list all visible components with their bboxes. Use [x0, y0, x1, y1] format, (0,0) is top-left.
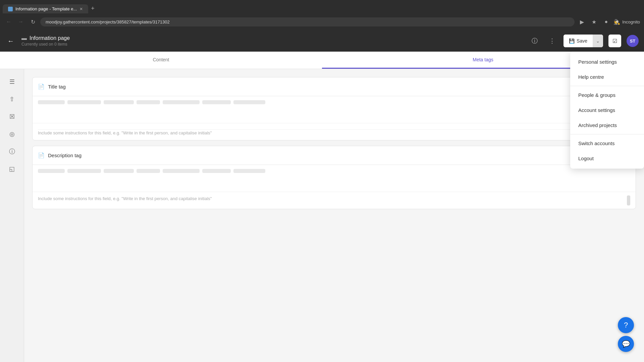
user-avatar-button[interactable]: ST [627, 35, 639, 47]
dropdown-logout[interactable]: Logout [570, 151, 644, 166]
save-dropdown-button[interactable]: ⌄ [593, 35, 603, 47]
help-fab-group: ? 💬 [618, 317, 634, 352]
tab-favicon [8, 7, 13, 11]
content-area: 📄 Title tag ⇌ Ab ⇅ [24, 69, 644, 362]
sidebar-upload-icon[interactable]: ⇧ [5, 92, 19, 107]
tab-content[interactable]: Content [0, 52, 322, 69]
save-icon: 💾 [569, 38, 575, 44]
dropdown-people-groups[interactable]: People & groups [570, 87, 644, 103]
bookmark-button[interactable]: ★ [589, 17, 599, 26]
screenshot-button[interactable]: ▶ [577, 17, 587, 26]
incognito-badge: 🕵 Incognito [613, 19, 640, 25]
address-bar[interactable] [40, 17, 575, 26]
field-content-2 [33, 165, 636, 192]
field-type-icon-1: 📄 [38, 83, 45, 90]
more-options-button[interactable]: ⋮ [546, 35, 558, 47]
field-instructions-2: Include some instructions for this field… [38, 195, 624, 202]
field-type-icon-2: 📄 [38, 152, 45, 159]
sidebar-checkbox-icon[interactable]: ☒ [5, 109, 19, 124]
field-title-1: Title tag [48, 84, 598, 89]
active-tab[interactable]: Information page - Template e... ✕ [3, 4, 88, 13]
tab-title: Information page - Template e... [15, 6, 77, 11]
sidebar-text-icon[interactable]: ☰ [5, 74, 19, 89]
page-subtitle: Currently used on 0 items [21, 42, 70, 47]
browser-chrome: Information page - Template e... ✕ + ← →… [0, 0, 644, 30]
reload-button[interactable]: ↻ [28, 17, 38, 26]
incognito-label: Incognito [622, 19, 640, 24]
user-dropdown-menu: Personal settings Help centre People & g… [570, 52, 644, 169]
field-card-header-1: 📄 Title tag ⇌ Ab ⇅ [33, 77, 636, 96]
tab-close-button[interactable]: ✕ [79, 7, 83, 11]
dropdown-archived-projects[interactable]: Archived projects [570, 118, 644, 133]
skeleton-lines-1 [38, 100, 630, 104]
content-tabs: Content Meta tags [0, 52, 644, 69]
dropdown-divider-2 [570, 134, 644, 134]
header-title-area: ▬ Information page Currently used on 0 i… [21, 35, 70, 47]
sidebar-component-icon[interactable]: ◱ [5, 162, 19, 176]
browser-nav: ← → ↻ ▶ ★ ● 🕵 Incognito [0, 13, 644, 30]
app: ← ▬ Information page Currently used on 0… [0, 30, 644, 362]
field-card-description-tag: 📄 Description tag ⇌ Ab ⇅ [32, 146, 636, 209]
chat-button[interactable]: 💬 [618, 336, 634, 352]
field-card-header-2: 📄 Description tag ⇌ Ab ⇅ [33, 146, 636, 165]
dropdown-divider-1 [570, 86, 644, 86]
app-header: ← ▬ Information page Currently used on 0… [0, 30, 644, 52]
sidebar-radio-icon[interactable]: ◎ [5, 127, 19, 141]
back-nav-button[interactable]: ← [5, 36, 16, 46]
skeleton-lines-2 [38, 169, 630, 173]
field-title-2: Description tag [48, 153, 598, 158]
info-button[interactable]: ⓘ [529, 35, 541, 47]
browser-tabs: Information page - Template e... ✕ + [0, 0, 644, 13]
back-button[interactable]: ← [4, 17, 13, 26]
profile-button[interactable]: ● [601, 17, 611, 26]
dropdown-help-centre[interactable]: Help centre [570, 69, 644, 84]
browser-actions: ▶ ★ ● 🕵 Incognito [577, 17, 640, 26]
sidebar-info-icon[interactable]: ⓘ [5, 144, 19, 159]
new-tab-button[interactable]: + [88, 4, 97, 13]
help-button[interactable]: ? [618, 317, 634, 333]
dropdown-switch-accounts[interactable]: Switch accounts [570, 136, 644, 151]
field-content-1 [33, 96, 636, 123]
forward-button[interactable]: → [16, 17, 25, 26]
left-sidebar: ☰ ⇧ ☒ ◎ ⓘ ◱ [0, 69, 24, 362]
dropdown-account-settings[interactable]: Account settings [570, 103, 644, 118]
dropdown-personal-settings[interactable]: Personal settings [570, 54, 644, 69]
page-title: Information page [30, 35, 70, 41]
page-title-row: ▬ Information page [21, 35, 70, 41]
main-content: ☰ ⇧ ☒ ◎ ⓘ ◱ 📄 Title tag ⇌ Ab ⇅ [0, 69, 644, 362]
task-button[interactable]: ☑ [608, 35, 621, 47]
field-instructions-1: Include some instructions for this field… [38, 129, 624, 136]
page-type-icon: ▬ [21, 35, 27, 41]
save-button[interactable]: 💾 Save [564, 35, 593, 47]
field-card-title-tag: 📄 Title tag ⇌ Ab ⇅ [32, 77, 636, 140]
save-button-group: 💾 Save ⌄ [564, 35, 603, 47]
